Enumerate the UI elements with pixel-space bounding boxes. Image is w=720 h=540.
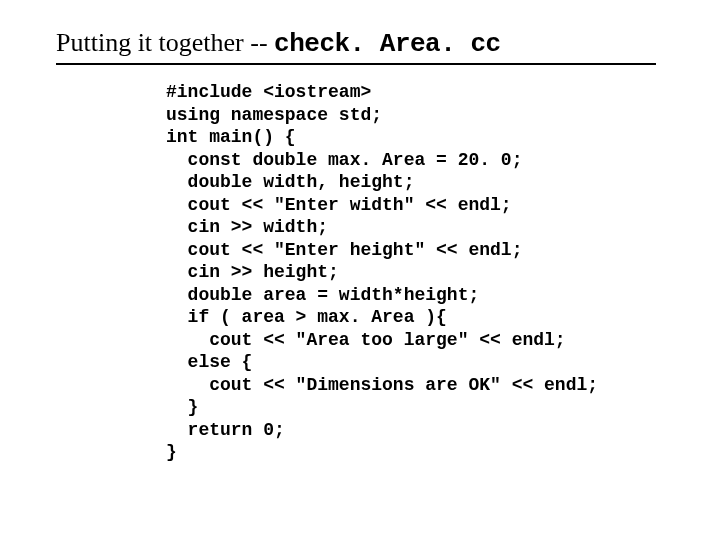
title-rule — [56, 63, 656, 65]
title-prefix: Putting it together -- — [56, 28, 274, 57]
slide: Putting it together -- check. Area. cc #… — [0, 0, 720, 540]
slide-title: Putting it together -- check. Area. cc — [56, 28, 680, 59]
code-block: #include <iostream> using namespace std;… — [166, 81, 680, 464]
title-filename: check. Area. cc — [274, 29, 501, 59]
